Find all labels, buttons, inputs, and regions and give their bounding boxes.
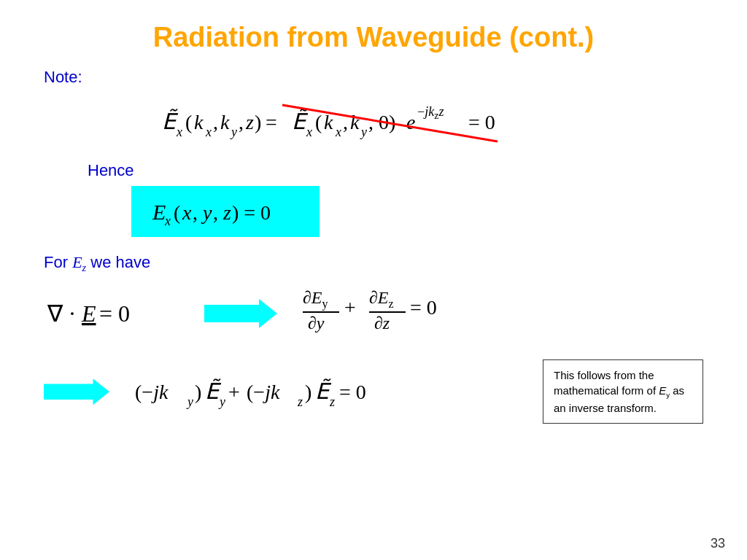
svg-text:E: E xyxy=(81,300,96,327)
svg-text:z: z xyxy=(245,111,254,133)
svg-text:(: ( xyxy=(315,111,322,133)
first-equation: Ẽ x ( k x , k y , z ) = Ẽ x ( k x , xyxy=(44,94,703,150)
svg-text:z: z xyxy=(329,394,335,409)
svg-text:x: x xyxy=(335,125,341,139)
svg-text:∂z: ∂z xyxy=(374,314,390,332)
svg-text:) = 0: ) = 0 xyxy=(232,201,271,224)
svg-text:z: z xyxy=(297,394,303,409)
svg-text:x: x xyxy=(182,201,192,224)
svg-text:e: e xyxy=(406,111,415,133)
last-equation: (−jk y ) Ẽ y + (−jk z ) Ẽ z = 0 xyxy=(131,364,521,420)
svg-text:x: x xyxy=(164,214,171,228)
svg-text:x: x xyxy=(205,125,212,139)
svg-text:k: k xyxy=(194,111,204,133)
svg-text:(−jk: (−jk xyxy=(135,381,169,403)
svg-text:z: z xyxy=(222,201,231,224)
svg-text:−jkzz: −jkzz xyxy=(417,104,444,121)
svg-text:+: + xyxy=(344,296,356,319)
note-box-sub: y xyxy=(666,391,670,399)
hence-eq-svg: E x ( x , y , z ) = 0 xyxy=(149,192,302,228)
svg-text:= 0: = 0 xyxy=(339,381,366,403)
note-label: Note: xyxy=(44,68,703,87)
for-ez-label: For Ez we have xyxy=(44,253,703,274)
svg-text:,: , xyxy=(343,111,348,133)
slide-title: Radiation from Waveguide (cont.) xyxy=(44,15,703,53)
svg-text:): ) xyxy=(305,381,311,403)
divergence-svg: ∇ · E = 0 xyxy=(44,291,153,331)
first-eq-svg: Ẽ x ( k x , k y , z ) = Ẽ x ( k x , xyxy=(155,94,592,145)
svg-text:k: k xyxy=(220,111,230,133)
svg-text:,: , xyxy=(213,201,218,224)
divergence-row: ∇ · E = 0 ∂Ey ∂y + ∂Ez ∂z xyxy=(44,281,703,345)
svg-text:y: y xyxy=(218,394,225,409)
arrow-icon-1 xyxy=(204,299,277,328)
svg-text:(: ( xyxy=(174,201,180,224)
note-box: This follows from the mathematical form … xyxy=(543,359,703,424)
svg-text:∂Ez: ∂Ez xyxy=(369,288,394,310)
page-number: 33 xyxy=(711,536,725,551)
svg-text:y: y xyxy=(230,125,237,139)
svg-text:=: = xyxy=(266,111,277,133)
svg-text:= 0: = 0 xyxy=(468,111,495,133)
svg-text:,: , xyxy=(193,201,198,224)
arrow-icon-2 xyxy=(44,378,109,405)
svg-text:,: , xyxy=(239,111,244,133)
svg-text:∂Ey: ∂Ey xyxy=(303,288,328,311)
last-eq-svg: (−jk y ) Ẽ y + (−jk z ) Ẽ z = 0 xyxy=(131,364,438,415)
svg-text:∂y: ∂y xyxy=(308,314,325,332)
for-text: For xyxy=(44,253,72,271)
hence-label: Hence xyxy=(88,161,703,180)
svg-text:= 0: = 0 xyxy=(410,296,437,319)
slide: Radiation from Waveguide (cont.) Note: Ẽ… xyxy=(0,0,747,560)
partial-eq-svg: ∂Ey ∂y + ∂Ez ∂z = 0 xyxy=(299,281,489,340)
svg-text:= 0: = 0 xyxy=(99,300,130,327)
svg-text:y: y xyxy=(186,394,193,409)
svg-text:y: y xyxy=(360,125,367,139)
svg-text:): ) xyxy=(255,111,261,133)
svg-text:+: + xyxy=(228,381,240,403)
svg-text:E: E xyxy=(152,200,166,224)
hence-equation: E x ( x , y , z ) = 0 xyxy=(131,186,320,237)
we-have-text: we have xyxy=(86,253,150,271)
svg-text:): ) xyxy=(195,381,201,403)
svg-text:x: x xyxy=(306,125,312,139)
last-row: (−jk y ) Ẽ y + (−jk z ) Ẽ z = 0 This xyxy=(44,359,703,424)
svg-text:x: x xyxy=(176,125,182,139)
svg-text:·: · xyxy=(69,300,75,327)
svg-text:∇: ∇ xyxy=(47,300,63,327)
divergence-equation: ∇ · E = 0 xyxy=(44,291,160,336)
svg-text:(: ( xyxy=(185,111,192,133)
ez-symbol: Ez xyxy=(72,253,86,271)
svg-text:y: y xyxy=(201,201,212,224)
svg-text:(−jk: (−jk xyxy=(247,381,280,403)
svg-text:,: , xyxy=(213,111,218,133)
svg-text:k: k xyxy=(350,111,360,133)
hence-equation-wrapper: E x ( x , y , z ) = 0 xyxy=(131,186,703,237)
partial-equation: ∂Ey ∂y + ∂Ez ∂z = 0 xyxy=(299,281,489,345)
first-equation-content: Ẽ x ( k x , k y , z ) = Ẽ x ( k x , xyxy=(155,94,592,150)
note-box-text: This follows from the mathematical form … xyxy=(554,369,684,414)
